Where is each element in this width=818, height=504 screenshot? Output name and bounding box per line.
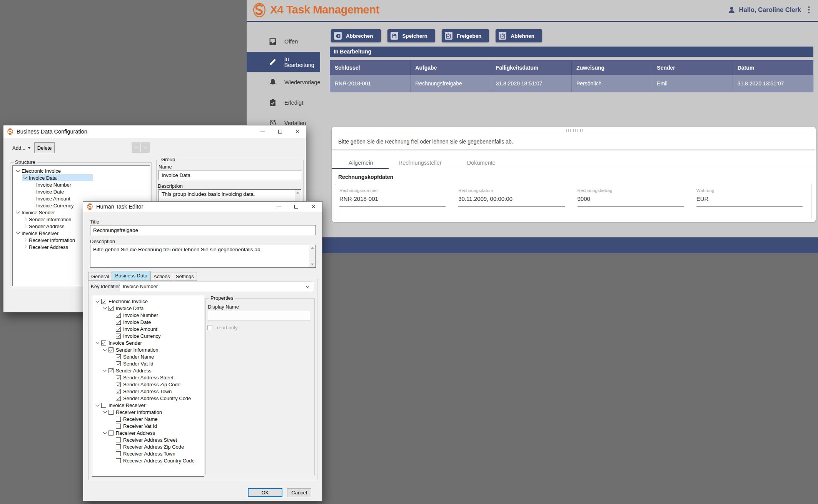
tree-checkbox[interactable]: [116, 313, 121, 318]
tree-item-invoice-number[interactable]: Invoice Number: [92, 312, 204, 319]
tree-checkbox[interactable]: [116, 444, 121, 449]
tree-item-invoice-sender[interactable]: Invoice Sender: [92, 339, 204, 346]
toolbar-button-speichern[interactable]: Speichern: [387, 29, 435, 42]
window-titlebar[interactable]: Business Data Configuration ×: [3, 125, 306, 138]
tree-checkbox[interactable]: [116, 424, 121, 429]
expanded-chevron-icon[interactable]: [102, 430, 109, 436]
tree-item-receiver-address-zip-code[interactable]: Receiver Address Zip Code: [92, 443, 204, 450]
tree-item-receiver-name[interactable]: Receiver Name: [92, 416, 204, 422]
maximize-button[interactable]: [287, 202, 305, 212]
tree-item-receiver-address-town[interactable]: Receiver Address Town: [92, 450, 204, 457]
collapsed-chevron-icon[interactable]: [22, 244, 29, 250]
tab-rechnungssteller[interactable]: Rechnungssteller: [399, 160, 442, 166]
table-cell[interactable]: 31.8.2020 18:51:07: [491, 75, 572, 92]
tree-item-sender-address[interactable]: Sender Address: [92, 367, 204, 374]
tree-item-electronic-invoice[interactable]: Electronic Invoice: [13, 167, 150, 174]
table-cell[interactable]: 31.8.2020 13:51:07: [733, 75, 813, 92]
tree-checkbox[interactable]: [116, 417, 121, 422]
tree-item-receiver-information[interactable]: Receiver Information: [92, 409, 204, 416]
tab-business-data[interactable]: Business Data: [112, 271, 151, 281]
add-dropdown-button[interactable]: Add...: [10, 142, 33, 153]
group-name-input[interactable]: [159, 170, 301, 180]
tree-item-invoice-amount[interactable]: Invoice Amount: [92, 325, 204, 332]
toolbar-button-ablehnen[interactable]: Ablehnen: [496, 29, 542, 42]
table-header-cell-aufgabe[interactable]: Aufgabe: [411, 60, 491, 75]
tree-checkbox[interactable]: [116, 361, 121, 366]
task-description-textarea[interactable]: Bitte geben Sie die Rechnung frei oder l…: [90, 245, 316, 268]
expanded-chevron-icon[interactable]: [22, 175, 29, 181]
expanded-chevron-icon[interactable]: [95, 340, 101, 346]
scroll-up-icon[interactable]: [311, 247, 314, 249]
table-cell[interactable]: Rechnungsfreigabe: [411, 75, 491, 92]
table-header-cell-zuweisung[interactable]: Zuweisung: [572, 60, 652, 75]
key-identifier-dropdown[interactable]: Invoice Number: [120, 282, 313, 291]
tab-settings[interactable]: Settings: [173, 272, 197, 281]
tree-item-invoice-data[interactable]: Invoice Data: [13, 174, 150, 181]
task-title-input[interactable]: [90, 225, 316, 235]
scroll-down-icon[interactable]: [311, 264, 314, 265]
close-button[interactable]: ×: [289, 125, 306, 138]
drag-handle[interactable]: [565, 129, 583, 132]
tree-checkbox[interactable]: [116, 458, 121, 463]
expanded-chevron-icon[interactable]: [102, 347, 109, 353]
tree-item-receiver-vat-id[interactable]: Receiver Vat Id: [92, 422, 204, 429]
table-header-cell-sender[interactable]: Sender: [652, 60, 733, 75]
table-cell[interactable]: RNR-2018-001: [330, 75, 411, 92]
tree-item-invoice-currency[interactable]: Invoice Currency: [92, 332, 204, 339]
tree-checkbox[interactable]: [116, 396, 121, 401]
tree-item-electronic-invoice[interactable]: Electronic Invoice: [92, 298, 204, 305]
tree-item-sender-information[interactable]: Sender Information: [92, 346, 204, 353]
tree-checkbox[interactable]: [109, 306, 114, 311]
tree-item-receiver-address[interactable]: Receiver Address: [92, 429, 204, 436]
tree-item-sender-address-street[interactable]: Sender Address Street: [92, 374, 204, 381]
tree-item-sender-address-zip-code[interactable]: Sender Address Zip Code: [92, 381, 204, 388]
sidebar-item-erledigt[interactable]: Erledigt: [247, 93, 330, 113]
tree-item-receiver-address-street[interactable]: Receiver Address Street: [92, 436, 204, 443]
expanded-chevron-icon[interactable]: [95, 402, 101, 408]
tree-checkbox[interactable]: [116, 320, 121, 325]
tree-item-sender-vat-id[interactable]: Sender Vat Id: [92, 360, 204, 367]
tree-item-sender-name[interactable]: Sender Name: [92, 353, 204, 360]
tree-checkbox[interactable]: [116, 451, 121, 456]
tree-checkbox[interactable]: [116, 327, 121, 332]
tree-item-invoice-data[interactable]: Invoice Data: [92, 305, 204, 312]
tree-checkbox[interactable]: [109, 368, 114, 373]
sidebar-item-wiedervorlage[interactable]: Wiedervorlage: [247, 72, 330, 92]
toolbar-button-freigeben[interactable]: Freigeben: [442, 29, 489, 42]
collapsed-chevron-icon[interactable]: [22, 216, 29, 222]
tree-checkbox[interactable]: [116, 334, 121, 339]
sidebar-item-offen[interactable]: Offen: [247, 32, 330, 52]
tree-checkbox[interactable]: [101, 340, 106, 345]
table-header-cell-schl-ssel[interactable]: Schlüssel: [330, 60, 411, 75]
table-cell[interactable]: Emil: [652, 75, 733, 92]
tree-checkbox[interactable]: [116, 354, 121, 359]
tree-checkbox[interactable]: [116, 437, 121, 442]
tree-checkbox[interactable]: [116, 389, 121, 394]
tab-dokumente[interactable]: Dokumente: [467, 160, 496, 166]
expanded-chevron-icon[interactable]: [95, 298, 101, 304]
table-cell[interactable]: Persönlich: [572, 75, 652, 92]
tree-item-invoice-date[interactable]: Invoice Date: [92, 319, 204, 325]
tree-checkbox[interactable]: [116, 382, 121, 387]
scroll-up-icon[interactable]: [296, 192, 299, 194]
expanded-chevron-icon[interactable]: [102, 409, 109, 415]
close-button[interactable]: ×: [305, 202, 322, 212]
user-menu[interactable]: Hallo, Caroline Clerk: [728, 6, 810, 14]
tree-item-sender-address-country-code[interactable]: Sender Address Country Code: [92, 395, 204, 402]
tab-actions[interactable]: Actions: [150, 272, 173, 281]
sidebar-item-in-bearbeitung[interactable]: In Bearbeitung: [247, 52, 320, 72]
tree-checkbox[interactable]: [116, 375, 121, 380]
table-row[interactable]: RNR-2018-001Rechnungsfreigabe31.8.2020 1…: [330, 75, 813, 92]
table-header-cell-f-lligkeitsdatum[interactable]: Fälligkeitsdatum: [491, 60, 572, 75]
tree-item-invoice-receiver[interactable]: Invoice Receiver: [92, 402, 204, 409]
tree-item-sender-address-town[interactable]: Sender Address Town: [92, 388, 204, 395]
tree-checkbox[interactable]: [109, 431, 114, 436]
expanded-chevron-icon[interactable]: [102, 305, 109, 311]
minimize-button[interactable]: [254, 125, 271, 138]
tree-item-receiver-address-country-code[interactable]: Receiver Address Country Code: [92, 457, 204, 464]
ok-button[interactable]: OK: [248, 488, 282, 497]
expanded-chevron-icon[interactable]: [15, 209, 22, 215]
expanded-chevron-icon[interactable]: [15, 230, 22, 236]
expanded-chevron-icon[interactable]: [102, 367, 109, 374]
kebab-menu-icon[interactable]: [808, 6, 810, 14]
